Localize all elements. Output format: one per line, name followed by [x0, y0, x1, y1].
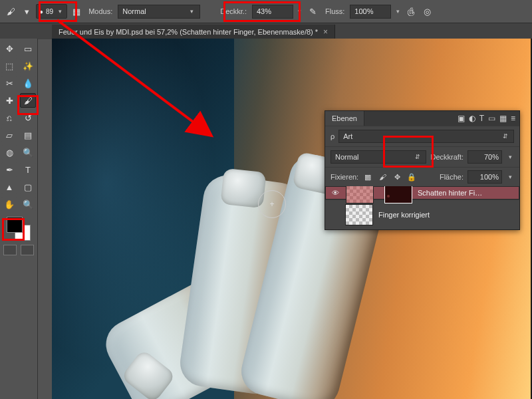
layer-opacity-label: Deckkraft:	[430, 153, 464, 161]
layer-kind-select[interactable]: Art⇵	[338, 130, 514, 143]
flow-dropdown[interactable]: ▾	[394, 8, 402, 15]
brush-cursor: +	[258, 190, 286, 218]
artboard-tool[interactable]: ▭	[20, 41, 36, 56]
pressure-opacity-icon[interactable]: ✎	[307, 5, 320, 18]
crop-tool[interactable]: ✂	[1, 76, 17, 90]
close-icon[interactable]: ×	[323, 27, 328, 37]
quickmask-toggle[interactable]	[3, 245, 17, 255]
lock-transparent-icon[interactable]: ▩	[362, 173, 373, 182]
flow-label: Fluss:	[325, 7, 344, 15]
mode-label: Modus:	[88, 7, 112, 15]
pressure-size-icon[interactable]: ◎	[420, 5, 434, 18]
chevron-down-icon[interactable]: ▾	[506, 174, 514, 180]
opacity-input[interactable]: 43%	[252, 5, 293, 19]
document-title: Feuer und Eis by MDI.psd bei 57,2% (Scha…	[59, 28, 318, 36]
gradient-tool[interactable]: ▤	[20, 128, 36, 142]
layer-opacity-input[interactable]: 70%	[467, 150, 502, 164]
lock-position-icon[interactable]: ✥	[392, 173, 402, 182]
panel-tabs: Ebenen ▣ ◐ T ▭ ▦ ≡	[325, 111, 519, 126]
panel-menu-icon[interactable]: ≡	[511, 114, 515, 123]
brush-panel-toggle[interactable]: ▦	[70, 5, 83, 18]
lock-all-icon[interactable]: 🔒	[406, 173, 417, 182]
canvas-area[interactable]: + Ebenen ▣ ◐ T ▭ ▦ ≡ ρ Art⇵ Normal⇵ Deck…	[52, 39, 532, 399]
layer-blend-select[interactable]: Normal⇵	[331, 150, 426, 164]
brush-size-picker[interactable]: ● 89 ▾	[36, 4, 67, 19]
screenmode-toggle[interactable]	[21, 245, 34, 255]
brush-tool[interactable]: 🖌	[20, 93, 36, 108]
layer-thumbnail[interactable]	[346, 186, 374, 203]
history-brush-tool[interactable]: ↺	[20, 110, 36, 125]
opacity-value: 43%	[257, 7, 271, 15]
fill-input[interactable]: 100%	[467, 170, 502, 184]
document-tab-bar: Feuer und Eis by MDI.psd bei 57,2% (Scha…	[0, 23, 532, 39]
filter-shape-icon[interactable]: ▭	[488, 114, 495, 123]
blend-mode-value: Normal	[122, 7, 146, 15]
filter-smart-icon[interactable]: ▦	[499, 114, 507, 123]
layer-mask-thumbnail[interactable]	[384, 186, 412, 203]
layer-name[interactable]: Finger korrigiert	[378, 211, 430, 219]
flow-input[interactable]: 100%	[350, 5, 391, 19]
blend-mode-select[interactable]: Normal ▾	[118, 5, 200, 19]
hand-tool[interactable]: ✋	[1, 197, 17, 211]
path-select-tool[interactable]: ▲	[1, 180, 17, 194]
opacity-dropdown[interactable]: ▾	[296, 8, 304, 15]
filter-image-icon[interactable]: ▣	[458, 114, 465, 123]
shape-tool[interactable]: ▢	[20, 180, 36, 194]
lock-pixels-icon[interactable]: 🖌	[377, 173, 388, 181]
foreground-color[interactable]	[7, 217, 23, 233]
brush-preset-icon[interactable]: 🖌	[4, 5, 17, 18]
brush-size-value: 89	[46, 8, 53, 15]
move-tool[interactable]: ✥	[1, 41, 17, 56]
visibility-icon[interactable]: 👁	[330, 189, 340, 197]
tool-preset-dropdown[interactable]: ▾	[20, 5, 33, 18]
eraser-tool[interactable]: ▱	[1, 128, 17, 142]
marquee-tool[interactable]: ⬚	[1, 59, 17, 73]
layer-list: 👁 Schatten hinter Fi… Finger korrigiert	[325, 186, 519, 229]
airbrush-icon[interactable]: ௹	[404, 5, 418, 18]
type-tool[interactable]: T	[20, 162, 36, 177]
fingernail	[120, 349, 176, 399]
zoom-tool[interactable]: 🔍	[20, 197, 36, 211]
blur-tool[interactable]: ◍	[1, 145, 17, 160]
layer-item[interactable]: 👁 Schatten hinter Fi…	[325, 186, 519, 200]
filter-type-icon[interactable]: T	[479, 114, 484, 123]
layer-name[interactable]: Schatten hinter Fi…	[418, 189, 482, 197]
filter-adjust-icon[interactable]: ◐	[469, 114, 475, 123]
lock-label: Fixieren:	[331, 173, 358, 181]
tab-layers[interactable]: Ebenen	[325, 111, 364, 126]
fill-label: Fläche:	[440, 173, 464, 181]
options-bar: 🖌 ▾ ● 89 ▾ ▦ Modus: Normal ▾ Deckkr.: 43…	[0, 0, 532, 23]
dodge-tool[interactable]: 🔍	[20, 145, 36, 160]
pen-tool[interactable]: ✒	[1, 162, 17, 177]
document-tab[interactable]: Feuer und Eis by MDI.psd bei 57,2% (Scha…	[52, 25, 335, 39]
opacity-label: Deckkr.:	[220, 7, 247, 15]
tools-panel: ✥▭ ⬚✨ ✂💧 ✚🖌 ⎌↺ ▱▤ ◍🔍 ✒T ▲▢ ✋🔍	[0, 39, 38, 399]
chevron-down-icon: ▾	[56, 8, 64, 15]
clone-stamp-tool[interactable]: ⎌	[1, 110, 17, 125]
flow-value: 100%	[354, 7, 373, 15]
layers-panel: Ebenen ▣ ◐ T ▭ ▦ ≡ ρ Art⇵ Normal⇵ Deckkr…	[325, 110, 520, 230]
healing-brush-tool[interactable]: ✚	[1, 93, 17, 108]
layer-item[interactable]: Finger korrigiert	[325, 200, 519, 229]
color-swatch[interactable]	[7, 217, 31, 241]
brush-dot-icon: ●	[39, 8, 43, 15]
eyedropper-tool[interactable]: 💧	[20, 76, 36, 90]
chevron-down-icon[interactable]: ▾	[506, 154, 514, 160]
chevron-down-icon: ▾	[188, 8, 196, 15]
layer-thumbnail[interactable]	[345, 204, 373, 225]
magic-wand-tool[interactable]: ✨	[20, 59, 36, 73]
